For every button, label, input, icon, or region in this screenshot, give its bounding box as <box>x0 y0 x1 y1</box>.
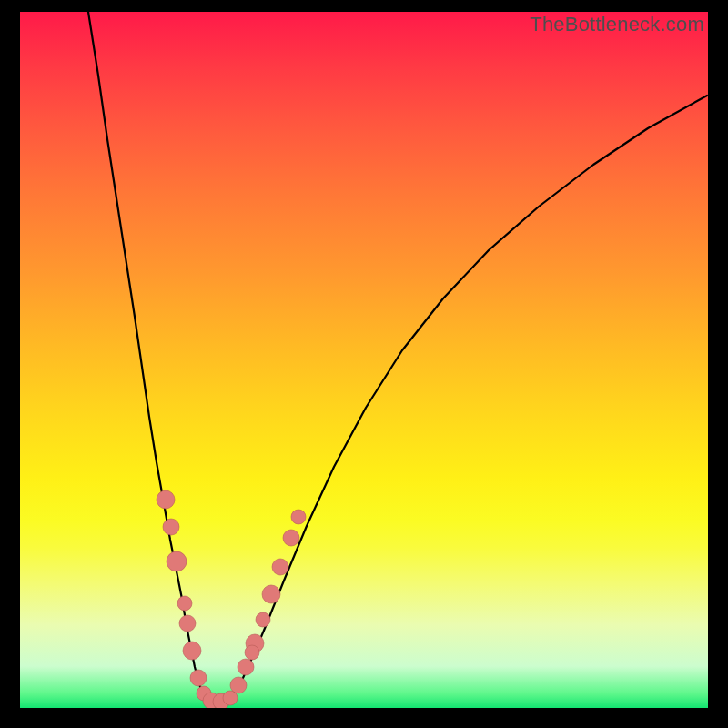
data-dot <box>163 519 179 535</box>
data-dot <box>283 530 299 546</box>
plot-border-right <box>708 0 728 728</box>
data-dot <box>245 645 259 660</box>
plot-border-bottom <box>0 708 728 728</box>
data-dot <box>157 490 175 509</box>
plot-border-top <box>0 0 728 12</box>
bottleneck-curve <box>20 12 708 708</box>
plot-border-left <box>0 0 20 728</box>
watermark-text: TheBottleneck.com <box>530 13 704 36</box>
data-dot <box>272 559 288 575</box>
data-dot <box>190 670 207 686</box>
plot-area <box>20 12 708 708</box>
data-dot <box>177 596 192 611</box>
data-dot <box>262 585 280 603</box>
data-dot <box>230 677 247 693</box>
data-dot <box>183 642 201 660</box>
data-dot <box>167 551 187 571</box>
data-dot <box>256 612 270 627</box>
data-dot <box>291 510 306 524</box>
data-dot <box>238 659 254 675</box>
data-dot <box>179 615 196 632</box>
